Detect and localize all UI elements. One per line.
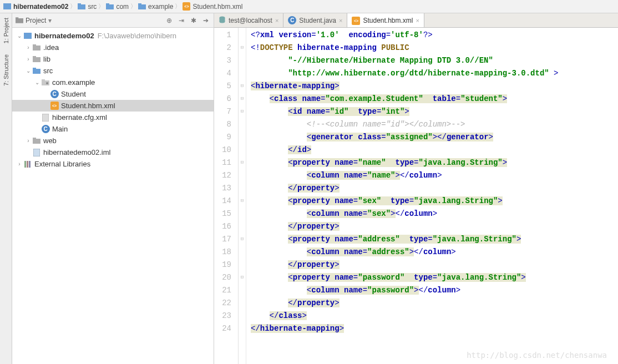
tree-item[interactable]: ›lib: [12, 53, 214, 65]
tree-item[interactable]: CStudent: [12, 88, 214, 100]
tree-item[interactable]: Student.hbm.xml: [12, 100, 214, 112]
code-line[interactable]: <property name="sex" type="java.lang.Str…: [251, 195, 618, 208]
code-line[interactable]: <column name="name"></column>: [251, 169, 618, 182]
tree-item[interactable]: ⌄com.example: [12, 77, 214, 88]
fold-marker[interactable]: ⊟: [239, 42, 246, 54]
project-tree[interactable]: ⌄hibernatedemo02F:\Javaweb\demo\hibern›.…: [12, 28, 214, 364]
iml-icon: [32, 148, 41, 157]
toolwindow-project[interactable]: 1: Project: [3, 18, 9, 43]
code-line[interactable]: <property name="name" type="java.lang.St…: [251, 156, 618, 169]
breadcrumb-label: Student.hbm.xml: [193, 3, 242, 11]
tree-item[interactable]: ⌄src: [12, 65, 214, 77]
svg-rect-9: [16, 17, 18, 19]
tree-item[interactable]: ›.idea: [12, 42, 214, 53]
chevron-down-icon[interactable]: ▾: [48, 17, 52, 24]
code-line[interactable]: </property>: [251, 220, 618, 233]
code-line[interactable]: <generator class="assigned"></generator>: [251, 131, 618, 144]
code-line[interactable]: </property>: [251, 297, 618, 310]
chevron-down-icon[interactable]: ⌄: [16, 33, 23, 39]
tree-item[interactable]: ›web: [12, 135, 214, 146]
code-line[interactable]: "http://www.hibernate.org/dtd/hibernate-…: [251, 67, 618, 80]
close-icon[interactable]: ×: [416, 17, 419, 24]
project-panel-header: Project ▾ ⊕ ⇥ ✱ ➔: [12, 13, 214, 28]
svg-rect-5: [106, 3, 109, 6]
tree-item[interactable]: CMain: [12, 123, 214, 135]
locate-icon[interactable]: ⊕: [165, 16, 174, 25]
fold-marker: [239, 29, 246, 42]
chevron-right-icon: 〉: [130, 2, 136, 11]
code-line[interactable]: <!--<column name="id"></column>-->: [251, 118, 618, 131]
code-line[interactable]: </hibernate-mapping>: [251, 322, 618, 335]
code-editor[interactable]: 123456789101112131415161718192021222324 …: [214, 28, 618, 364]
code-line[interactable]: </property>: [251, 182, 618, 195]
collapse-icon[interactable]: ⇥: [177, 16, 186, 25]
fold-marker[interactable]: ⊟: [239, 105, 246, 118]
line-number: 20: [214, 271, 231, 284]
folder-dim-icon: [32, 43, 41, 52]
line-number: 6: [214, 93, 231, 105]
fold-marker: [239, 67, 246, 80]
code-line[interactable]: <class name="com.example.Student" table=…: [251, 93, 618, 105]
code-line[interactable]: <hibernate-mapping>: [251, 80, 618, 93]
editor-tab[interactable]: CStudent.java×: [283, 13, 347, 27]
hide-icon[interactable]: ➔: [201, 16, 210, 25]
fold-marker[interactable]: ⊟: [239, 80, 246, 93]
line-number: 2: [214, 42, 231, 54]
code-line[interactable]: <?xml version='1.0' encoding='utf-8'?>: [251, 29, 618, 42]
project-icon: [16, 17, 23, 23]
gear-icon[interactable]: ✱: [189, 16, 198, 25]
breadcrumb-item[interactable]: Student.hbm.xml: [183, 3, 242, 11]
svg-rect-24: [33, 149, 40, 156]
svg-rect-21: [42, 114, 49, 122]
code-line[interactable]: </id>: [251, 144, 618, 156]
svg-rect-11: [24, 33, 27, 35]
line-number: 18: [214, 246, 231, 259]
code-line[interactable]: <column name="address"></column>: [251, 246, 618, 259]
editor-tab[interactable]: test@localhost×: [214, 13, 283, 27]
chevron-right-icon[interactable]: ›: [16, 161, 23, 167]
code-line[interactable]: <id name="id" type="int">: [251, 105, 618, 118]
code-line[interactable]: <property name="address" type="java.lang…: [251, 233, 618, 246]
line-number: 13: [214, 182, 231, 195]
fold-marker[interactable]: ⊟: [239, 93, 246, 105]
editor-tab[interactable]: Student.hbm.xml×: [347, 13, 424, 27]
code-content[interactable]: <?xml version='1.0' encoding='utf-8'?><!…: [246, 28, 618, 364]
close-icon[interactable]: ×: [339, 17, 342, 24]
code-line[interactable]: <column name="password"></column>: [251, 284, 618, 297]
breadcrumb-item[interactable]: com: [106, 3, 129, 11]
tree-item[interactable]: hibernatedemo02.iml: [12, 146, 214, 158]
fold-marker[interactable]: ⊟: [239, 195, 246, 208]
chevron-right-icon[interactable]: ›: [24, 138, 32, 144]
breadcrumb-item[interactable]: example: [138, 3, 173, 11]
code-line[interactable]: "-//Hibernate/Hibernate Mapping DTD 3.0/…: [251, 54, 618, 67]
tree-label: Student.hbm.xml: [61, 102, 115, 110]
breadcrumb-item[interactable]: hibernatedemo02: [3, 3, 68, 11]
svg-point-20: [46, 82, 48, 84]
fold-marker[interactable]: ⊟: [239, 156, 246, 169]
line-number: 5: [214, 80, 231, 93]
chevron-down-icon[interactable]: ⌄: [33, 79, 41, 85]
line-number: 14: [214, 195, 231, 208]
tree-label: hibernatedemo02: [34, 32, 94, 40]
folder-dim-icon: [32, 55, 41, 64]
fold-marker[interactable]: ⊟: [239, 271, 246, 284]
tree-item[interactable]: hibernate.cfg.xml: [12, 112, 214, 123]
line-number: 1: [214, 29, 231, 42]
fold-gutter[interactable]: ⊟⊟⊟⊟⊟⊟⊟⊟: [239, 28, 246, 364]
code-line[interactable]: <property name="password" type="java.lan…: [251, 271, 618, 284]
chevron-right-icon[interactable]: ›: [24, 56, 32, 62]
code-line[interactable]: </property>: [251, 259, 618, 271]
fold-marker[interactable]: ⊟: [239, 233, 246, 246]
chevron-right-icon[interactable]: ›: [24, 44, 32, 50]
chevron-down-icon[interactable]: ⌄: [24, 68, 32, 74]
folder-src-icon: [32, 67, 41, 75]
code-line[interactable]: <!DOCTYPE hibernate-mapping PUBLIC: [251, 42, 618, 54]
class-icon: C: [41, 125, 50, 134]
code-line[interactable]: </class>: [251, 310, 618, 322]
tree-item[interactable]: ›External Libraries: [12, 158, 214, 170]
tree-item[interactable]: ⌄hibernatedemo02F:\Javaweb\demo\hibern: [12, 30, 214, 42]
toolwindow-structure[interactable]: 7: Structure: [3, 54, 9, 86]
breadcrumb-item[interactable]: src: [78, 3, 97, 11]
code-line[interactable]: <column name="sex"></column>: [251, 208, 618, 220]
close-icon[interactable]: ×: [275, 17, 278, 24]
